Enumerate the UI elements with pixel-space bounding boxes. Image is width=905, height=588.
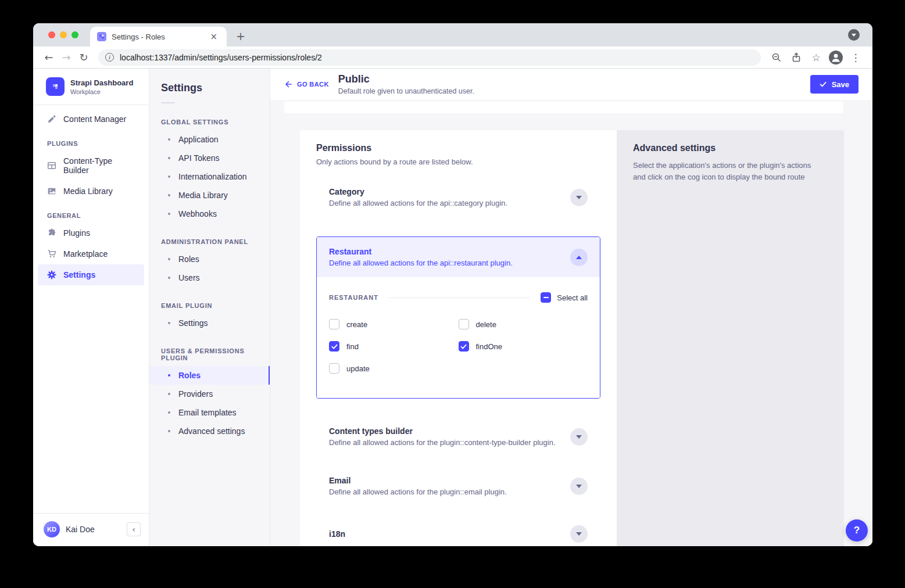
permissions-card: Permissions Only actions bound by a rout… xyxy=(300,130,617,546)
forward-icon[interactable]: → xyxy=(58,51,75,63)
select-all-checkbox[interactable] xyxy=(541,292,551,303)
section-email-plugin: EMAIL PLUGIN xyxy=(161,302,258,309)
minimize-window-button[interactable] xyxy=(60,31,67,38)
site-info-icon[interactable]: i xyxy=(105,53,114,62)
browser-menu-icon[interactable]: ⋮ xyxy=(846,52,865,63)
bullet-icon xyxy=(168,258,170,260)
settings-item-application[interactable]: Application xyxy=(149,130,270,149)
permission-findOne[interactable]: findOne xyxy=(459,341,588,352)
checkbox[interactable] xyxy=(329,341,339,352)
strapi-favicon xyxy=(97,32,106,41)
tab-strip: Settings - Roles × + xyxy=(33,23,872,46)
permissions-title: Permissions xyxy=(316,143,600,153)
accordion-i18n[interactable]: i18n xyxy=(316,525,600,543)
bookmark-star-icon[interactable]: ☆ xyxy=(806,52,826,63)
settings-item-up-providers[interactable]: Providers xyxy=(149,385,270,403)
sidebar-section-general: GENERAL xyxy=(38,202,144,223)
accordion-list: Category Define all allowed actions for … xyxy=(316,187,600,543)
permission-create[interactable]: create xyxy=(329,319,459,329)
checkbox[interactable] xyxy=(459,319,469,329)
browser-window: Settings - Roles × + ← → ↻ i localhost:1… xyxy=(33,23,872,546)
checkbox[interactable] xyxy=(329,363,339,374)
settings-item-up-email-templates[interactable]: Email templates xyxy=(149,403,270,422)
sidebar-item-marketplace[interactable]: Marketplace xyxy=(38,243,144,264)
select-all-control[interactable]: Select all xyxy=(541,292,588,303)
checkbox-label: update xyxy=(346,364,370,373)
settings-item-internationalization[interactable]: Internationalization xyxy=(149,167,270,186)
browser-tab[interactable]: Settings - Roles × xyxy=(90,27,227,46)
accordion-email[interactable]: Email Define all allowed actions for the… xyxy=(316,476,600,496)
chevron-down-icon xyxy=(852,34,856,37)
checkbox[interactable] xyxy=(329,319,339,329)
bullet-icon xyxy=(168,277,170,279)
settings-item-webhooks[interactable]: Webhooks xyxy=(149,205,270,223)
settings-sidebar: Settings GLOBAL SETTINGS Application API… xyxy=(149,69,270,546)
sidebar-item-content-type-builder[interactable]: Content-Type Builder xyxy=(38,150,144,181)
sidebar-item-label: Marketplace xyxy=(63,249,108,259)
settings-item-label: Roles xyxy=(178,254,199,264)
puzzle-icon xyxy=(47,228,56,238)
main-content: GO BACK Public Default role given to una… xyxy=(270,69,872,546)
sidebar-item-media-library[interactable]: Media Library xyxy=(38,181,144,202)
permission-find[interactable]: find xyxy=(329,341,459,352)
save-button[interactable]: Save xyxy=(810,75,859,94)
settings-item-label: Webhooks xyxy=(178,209,217,218)
permission-delete[interactable]: delete xyxy=(459,319,588,329)
accordion-restaurant-header[interactable]: Restaurant Define all allowed actions fo… xyxy=(317,237,600,277)
accordion-content-types-builder[interactable]: Content types builder Define all allowed… xyxy=(316,426,600,447)
bullet-icon xyxy=(168,322,170,324)
chrome-control-icon[interactable] xyxy=(848,29,860,41)
page-header: GO BACK Public Default role given to una… xyxy=(270,69,872,100)
bullet-icon xyxy=(168,194,170,196)
go-back-link[interactable]: GO BACK xyxy=(284,80,329,88)
settings-item-admin-users[interactable]: Users xyxy=(149,268,270,287)
settings-item-api-tokens[interactable]: API Tokens xyxy=(149,149,270,167)
expand-i18n-button[interactable] xyxy=(570,525,588,543)
expand-category-button[interactable] xyxy=(570,189,588,206)
expand-email-button[interactable] xyxy=(570,478,588,495)
checkbox-label: findOne xyxy=(476,342,503,351)
checkbox[interactable] xyxy=(459,341,469,352)
sidebar-item-content-manager[interactable]: Content Manager xyxy=(38,109,144,130)
settings-item-up-roles[interactable]: Roles xyxy=(149,366,270,385)
bullet-icon xyxy=(168,430,170,432)
sidebar-item-label: Media Library xyxy=(63,187,113,196)
zoom-window-button[interactable] xyxy=(71,31,78,38)
sidebar-item-plugins[interactable]: Plugins xyxy=(38,223,144,243)
collapse-sidebar-button[interactable]: ‹ xyxy=(127,522,141,536)
collapse-restaurant-button[interactable] xyxy=(570,249,588,266)
share-icon[interactable] xyxy=(786,52,806,63)
user-avatar[interactable]: KD xyxy=(44,521,60,537)
help-button[interactable]: ? xyxy=(846,519,868,542)
url-text[interactable]: localhost:1337/admin/settings/users-perm… xyxy=(120,53,322,62)
close-window-button[interactable] xyxy=(48,31,55,38)
sidebar-item-label: Settings xyxy=(63,270,95,279)
expand-content-types-builder-button[interactable] xyxy=(570,428,588,446)
workspace-brand[interactable]: Strapi Dashboard Workplace xyxy=(33,69,149,105)
settings-item-label: Settings xyxy=(178,318,208,328)
settings-item-admin-roles[interactable]: Roles xyxy=(149,250,270,268)
tab-close-icon[interactable]: × xyxy=(208,31,220,42)
settings-item-up-advanced-settings[interactable]: Advanced settings xyxy=(149,422,270,440)
accordion-category[interactable]: Category Define all allowed actions for … xyxy=(316,187,600,207)
cart-icon xyxy=(47,249,56,259)
profile-avatar-icon[interactable] xyxy=(826,50,846,65)
reload-icon[interactable]: ↻ xyxy=(75,51,92,63)
sidebar-item-settings[interactable]: Settings xyxy=(38,264,144,285)
bullet-icon xyxy=(168,213,170,215)
settings-item-media-library[interactable]: Media Library xyxy=(149,186,270,205)
advanced-settings-description: Select the application's actions or the … xyxy=(633,160,825,183)
chevron-up-icon xyxy=(576,256,582,259)
permission-update[interactable]: update xyxy=(329,363,459,374)
settings-item-label: Media Library xyxy=(178,191,228,200)
restaurant-permissions-body: RESTAURANT Select all xyxy=(317,277,600,398)
back-icon[interactable]: ← xyxy=(40,51,58,63)
sidebar-item-label: Plugins xyxy=(63,228,90,238)
browser-toolbar: ← → ↻ i localhost:1337/admin/settings/us… xyxy=(33,46,872,69)
new-tab-button[interactable]: + xyxy=(232,28,249,44)
zoom-out-icon[interactable] xyxy=(767,52,786,63)
select-all-label: Select all xyxy=(557,293,588,302)
settings-item-email-settings[interactable]: Settings xyxy=(149,314,270,332)
url-bar[interactable]: i localhost:1337/admin/settings/users-pe… xyxy=(98,49,761,66)
bullet-icon xyxy=(168,411,170,414)
